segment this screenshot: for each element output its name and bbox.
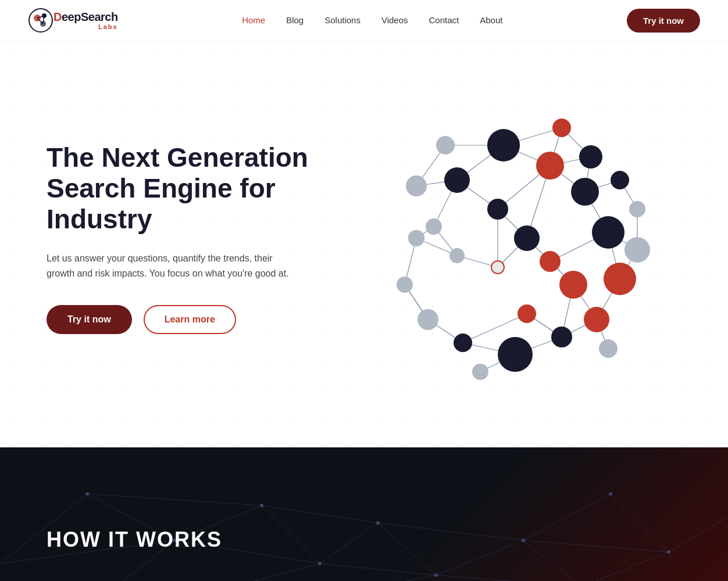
svg-line-100 (87, 494, 262, 505)
svg-point-74 (454, 333, 472, 352)
svg-point-109 (85, 492, 89, 496)
hero-description: Let us answer your questions, quantify t… (47, 251, 291, 282)
nav-link-videos[interactable]: Videos (381, 15, 408, 25)
hero-buttons: Try it now Learn more (47, 305, 326, 334)
svg-line-93 (378, 523, 436, 575)
hero-title: The Next Generation Search Engine for In… (47, 142, 326, 235)
network-graph (341, 76, 666, 401)
svg-line-101 (262, 505, 378, 523)
navbar: DeepSearch Labs Home Blog Solutions Vide… (0, 0, 728, 41)
svg-point-64 (487, 129, 520, 162)
svg-point-70 (592, 216, 624, 249)
svg-point-115 (522, 539, 525, 542)
nav-link-home[interactable]: Home (242, 15, 265, 25)
hero-right (326, 76, 681, 401)
hero-try-button[interactable]: Try it now (47, 305, 132, 334)
svg-line-102 (378, 523, 523, 540)
svg-line-103 (523, 540, 669, 552)
svg-point-114 (434, 573, 438, 577)
svg-line-95 (436, 540, 523, 575)
svg-line-92 (320, 523, 378, 564)
svg-point-81 (518, 304, 536, 323)
svg-line-108 (581, 552, 669, 581)
logo-icon (28, 8, 53, 33)
svg-point-55 (426, 218, 442, 235)
svg-point-72 (498, 337, 533, 372)
svg-point-61 (472, 364, 488, 380)
svg-point-65 (444, 167, 470, 193)
svg-line-106 (320, 564, 436, 575)
nav-link-blog[interactable]: Blog (286, 15, 304, 25)
hero-left: The Next Generation Search Engine for In… (47, 142, 326, 333)
svg-point-112 (318, 562, 322, 565)
nav-item-videos[interactable]: Videos (381, 15, 408, 26)
svg-point-73 (551, 327, 572, 347)
nav-item-about[interactable]: About (480, 15, 502, 26)
svg-line-98 (611, 494, 669, 552)
nav-links: Home Blog Solutions Videos Contact About (242, 15, 502, 26)
svg-point-116 (609, 492, 612, 496)
nav-item-solutions[interactable]: Solutions (324, 15, 361, 26)
mesh-background (0, 447, 728, 581)
svg-point-80 (559, 271, 587, 299)
svg-point-67 (579, 145, 602, 168)
svg-point-71 (514, 225, 540, 251)
nav-item-blog[interactable]: Blog (286, 15, 304, 26)
svg-point-78 (584, 307, 609, 332)
svg-point-66 (487, 199, 508, 220)
svg-point-113 (376, 521, 380, 525)
svg-point-76 (552, 119, 571, 137)
hero-learn-button[interactable]: Learn more (144, 305, 236, 334)
svg-point-79 (540, 251, 561, 272)
svg-point-85 (408, 230, 424, 246)
svg-line-99 (669, 517, 728, 552)
svg-line-91 (233, 564, 320, 581)
hero-section: The Next Generation Search Engine for In… (0, 41, 728, 447)
svg-point-63 (397, 277, 413, 293)
how-it-works-heading: HOW IT WORKS (47, 528, 222, 552)
nav-item-home[interactable]: Home (242, 15, 265, 26)
svg-line-90 (262, 505, 320, 564)
nav-link-contact[interactable]: Contact (429, 15, 459, 25)
nav-link-about[interactable]: About (480, 15, 502, 25)
nav-item-contact[interactable]: Contact (429, 15, 459, 26)
svg-point-117 (667, 550, 670, 554)
svg-point-54 (406, 175, 427, 196)
logo[interactable]: DeepSearch Labs (28, 8, 118, 33)
svg-point-60 (599, 339, 618, 358)
svg-point-83 (492, 261, 504, 273)
svg-point-59 (629, 201, 645, 217)
svg-point-111 (260, 504, 263, 507)
svg-point-75 (536, 152, 564, 180)
nav-try-button[interactable]: Try it now (627, 9, 700, 33)
svg-line-107 (436, 575, 581, 581)
svg-point-0 (29, 9, 52, 32)
svg-line-97 (523, 494, 611, 540)
svg-point-77 (604, 263, 636, 295)
svg-point-62 (417, 309, 438, 330)
logo-main-text: DeepSearch (53, 10, 118, 23)
svg-point-57 (449, 248, 465, 263)
svg-point-68 (611, 171, 629, 189)
svg-point-56 (436, 136, 455, 155)
nav-link-solutions[interactable]: Solutions (324, 15, 361, 25)
dark-section: HOW IT WORKS (0, 447, 728, 581)
svg-point-58 (624, 237, 650, 263)
how-it-works-section: HOW IT WORKS (47, 528, 222, 552)
svg-point-69 (571, 178, 599, 206)
svg-line-96 (523, 540, 581, 581)
logo-sub-text: Labs (53, 23, 118, 30)
svg-line-94 (378, 575, 436, 581)
